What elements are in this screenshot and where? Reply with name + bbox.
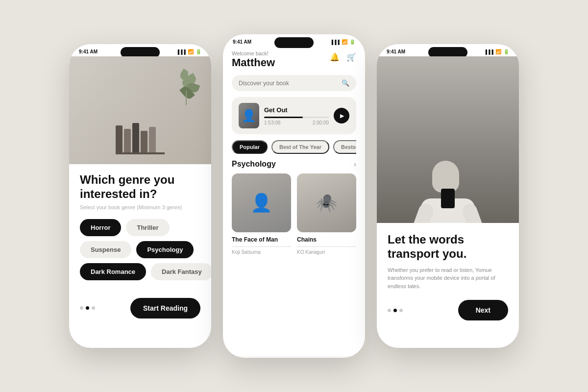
signal-icon-1: ▐▐▐ [176, 49, 186, 54]
held-phone [441, 189, 455, 208]
next-button[interactable]: Next [458, 300, 508, 320]
books-grid: 👤 The Face of Man Koji Satsuma 🕷️ Chains… [232, 173, 356, 255]
category-tabs: Popular Best of The Year Bestseller [232, 140, 356, 154]
book-card-1: 👤 The Face of Man Koji Satsuma [232, 173, 291, 255]
phone1-footer: Start Reading [69, 298, 211, 326]
book-card-2: 🕷️ Chains KO Kanaguri [297, 173, 356, 255]
genre-row-2: Suspense Psychology [80, 241, 200, 258]
genre-thriller[interactable]: Thriller [126, 219, 169, 236]
wifi-icon-2: 📶 [342, 39, 347, 45]
signal-icon-3: ▐▐▐ [484, 49, 493, 54]
now-playing-face: 👤 [242, 109, 256, 122]
person-arm-left [412, 202, 436, 223]
genre-grid: Horror Thriller Suspense Psychology Dark… [80, 219, 200, 280]
search-icon[interactable]: 🔍 [342, 79, 349, 87]
dot-2 [86, 306, 89, 310]
person-silhouette [377, 56, 519, 223]
genre-dark-fantasy[interactable]: Dark Fantasy [151, 263, 211, 280]
dot-1 [80, 306, 83, 310]
progress-fill [264, 117, 303, 118]
welcome-text: Welcome back! [232, 50, 275, 56]
phone-genre-selection: 9:41 AM ▐▐▐ 📶 🔋 Which genr [69, 44, 211, 348]
playback-times: 1:53:08 2:00:00 [264, 120, 329, 125]
genre-content: Which genre you interested in? Select yo… [69, 164, 211, 298]
signal-icon-2: ▐▐▐ [330, 40, 340, 45]
start-reading-button[interactable]: Start Reading [130, 298, 200, 318]
user-name: Matthew [232, 56, 275, 69]
status-icons-1: ▐▐▐ 📶 🔋 [176, 49, 201, 54]
genre-horror[interactable]: Horror [80, 219, 121, 236]
status-icons-2: ▐▐▐ 📶 🔋 [330, 39, 355, 45]
person-body [421, 161, 475, 223]
book-1 [116, 125, 122, 152]
genre-subtitle: Select your book genre (Minimum 3 genre) [80, 204, 200, 210]
book-title-2: Chains [297, 236, 356, 244]
time-total: 2:00:00 [313, 120, 329, 125]
battery-icon-3: 🔋 [503, 49, 509, 54]
phone-book-discovery: 9:41 AM ▐▐▐ 📶 🔋 Welcome back! Matthew 🔔 … [223, 34, 365, 358]
bottom-nav: 🏠 📚 ♡ 👤 [223, 356, 365, 358]
tab-bestseller[interactable]: Bestseller [333, 140, 356, 154]
genre-dark-romance[interactable]: Dark Romance [80, 263, 146, 280]
page-dots-3 [388, 309, 403, 312]
book-4 [141, 131, 147, 152]
battery-icon-2: 🔋 [349, 39, 355, 45]
book-divider-2 [297, 246, 356, 247]
battery-icon-1: 🔋 [196, 49, 201, 54]
genre-title: Which genre you interested in? [80, 173, 200, 201]
search-input[interactable] [239, 80, 338, 87]
status-bar-3: 9:41 AM ▐▐▐ 📶 🔋 [377, 44, 519, 56]
hero-image [69, 56, 211, 164]
book-cover-icon-2: 🕷️ [316, 193, 338, 213]
genre-psychology[interactable]: Psychology [136, 241, 194, 258]
genre-row-1: Horror Thriller [80, 219, 200, 236]
person-arm-right [461, 202, 485, 223]
play-button[interactable]: ▶ [334, 108, 349, 123]
now-playing-title: Get Out [264, 106, 329, 114]
genre-row-3: Dark Romance Dark Fantasy [80, 263, 200, 280]
book-3 [132, 123, 139, 152]
book-divider-1 [232, 246, 291, 247]
tagline-text: Let the words transport you. [388, 233, 508, 261]
book-2 [124, 129, 131, 152]
header-row: Welcome back! Matthew 🔔 🛒 [232, 50, 356, 75]
status-bar-1: 9:41 AM ▐▐▐ 📶 🔋 [69, 44, 211, 56]
section-title: Psychology [232, 160, 276, 169]
dot3-1 [388, 309, 391, 312]
status-bar-2: 9:41 AM ▐▐▐ 📶 🔋 [223, 34, 365, 47]
now-playing-info: Get Out 1:53:08 2:00:00 [264, 106, 329, 125]
plant-decoration [162, 66, 201, 105]
progress-bar[interactable] [264, 117, 329, 118]
section-arrow-icon[interactable]: › [354, 160, 356, 168]
status-time-3: 9:41 AM [387, 49, 405, 54]
dot3-2 [393, 309, 397, 312]
notch-2 [274, 37, 314, 48]
book-author-1: Koji Satsuma [232, 249, 291, 255]
status-time-1: 9:41 AM [79, 49, 98, 54]
person-head [432, 161, 459, 193]
book-cover-face-of-man: 👤 [232, 173, 291, 232]
header-icons: 🔔 🛒 [330, 52, 356, 62]
cart-icon[interactable]: 🛒 [346, 52, 356, 62]
time-current: 1:53:08 [264, 120, 280, 125]
tagline-content: Let the words transport you. Whether you… [377, 223, 519, 328]
genre-suspense[interactable]: Suspense [80, 241, 131, 258]
shelf-books [116, 123, 165, 152]
status-icons-3: ▐▐▐ 📶 🔋 [484, 49, 509, 54]
bookshelf [116, 123, 165, 154]
tab-popular[interactable]: Popular [232, 140, 268, 154]
status-time-2: 9:41 AM [233, 39, 251, 45]
book-title-1: The Face of Man [232, 236, 291, 244]
user-greeting: Welcome back! Matthew [232, 50, 275, 75]
tab-best-of-year[interactable]: Best of The Year [271, 140, 329, 154]
now-playing-card: 👤 Get Out 1:53:08 2:00:00 ▶ [232, 97, 356, 134]
page-dots-1 [80, 306, 95, 310]
book-author-2: KO Kanaguri [297, 249, 356, 255]
shelf-bar [116, 152, 165, 154]
hero-person [377, 56, 519, 223]
now-playing-cover: 👤 [239, 103, 259, 128]
bell-icon[interactable]: 🔔 [330, 52, 340, 62]
play-icon: ▶ [340, 113, 344, 119]
search-bar[interactable]: 🔍 [232, 75, 356, 91]
phone3-footer: Next [388, 300, 508, 320]
